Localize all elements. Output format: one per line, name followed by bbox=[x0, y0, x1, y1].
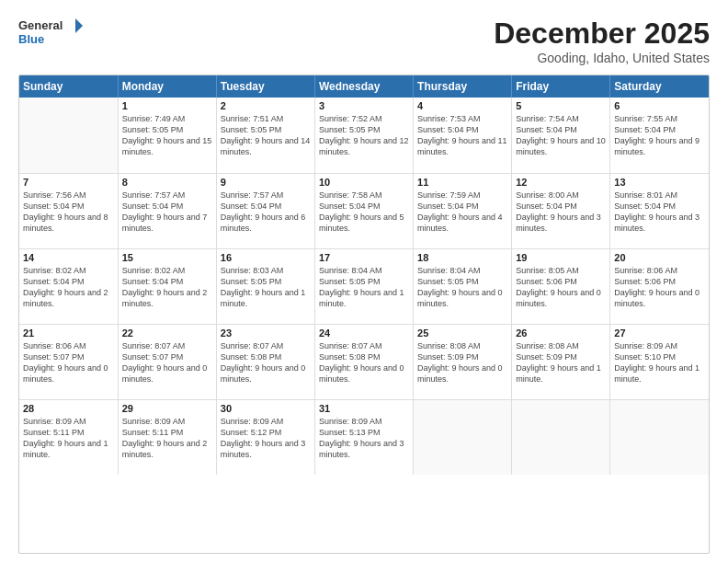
day-header-cell: Wednesday bbox=[314, 75, 413, 98]
cell-info: Sunrise: 7:59 AMSunset: 5:04 PMDaylight:… bbox=[417, 190, 503, 233]
calendar-cell: 10 Sunrise: 7:58 AMSunset: 5:04 PMDaylig… bbox=[314, 173, 413, 248]
cell-info: Sunrise: 7:49 AMSunset: 5:05 PMDaylight:… bbox=[122, 114, 212, 156]
day-number: 3 bbox=[319, 100, 409, 111]
cell-info: Sunrise: 8:05 AMSunset: 5:06 PMDaylight:… bbox=[516, 266, 601, 308]
calendar-cell: 9 Sunrise: 7:57 AMSunset: 5:04 PMDayligh… bbox=[216, 173, 314, 248]
calendar-table: SundayMondayTuesdayWednesdayThursdayFrid… bbox=[19, 75, 709, 475]
cell-info: Sunrise: 8:06 AMSunset: 5:07 PMDaylight:… bbox=[23, 341, 108, 384]
cell-info: Sunrise: 8:02 AMSunset: 5:04 PMDaylight:… bbox=[23, 266, 108, 308]
day-number: 21 bbox=[23, 327, 114, 339]
day-number: 9 bbox=[221, 177, 311, 188]
calendar-cell: 29 Sunrise: 8:09 AMSunset: 5:11 PMDaylig… bbox=[118, 399, 216, 475]
logo: General Blue bbox=[18, 17, 83, 50]
calendar-cell: 2 Sunrise: 7:51 AMSunset: 5:05 PMDayligh… bbox=[216, 98, 314, 173]
header: General Blue December 2025 Gooding, Idah… bbox=[18, 17, 710, 65]
calendar-cell: 30 Sunrise: 8:09 AMSunset: 5:12 PMDaylig… bbox=[216, 399, 314, 475]
day-number: 17 bbox=[319, 252, 409, 263]
calendar-cell: 28 Sunrise: 8:09 AMSunset: 5:11 PMDaylig… bbox=[19, 399, 118, 475]
day-header-cell: Saturday bbox=[610, 75, 709, 98]
calendar-cell: 25 Sunrise: 8:08 AMSunset: 5:09 PMDaylig… bbox=[414, 324, 512, 399]
calendar-cell: 18 Sunrise: 8:04 AMSunset: 5:05 PMDaylig… bbox=[414, 248, 512, 324]
calendar-cell: 17 Sunrise: 8:04 AMSunset: 5:05 PMDaylig… bbox=[314, 248, 413, 324]
cell-info: Sunrise: 7:57 AMSunset: 5:04 PMDaylight:… bbox=[122, 190, 208, 233]
cell-info: Sunrise: 7:53 AMSunset: 5:04 PMDaylight:… bbox=[417, 114, 507, 156]
calendar: SundayMondayTuesdayWednesdayThursdayFrid… bbox=[18, 75, 710, 554]
day-number: 14 bbox=[23, 252, 114, 263]
cell-info: Sunrise: 8:08 AMSunset: 5:09 PMDaylight:… bbox=[516, 341, 601, 384]
day-number: 5 bbox=[516, 100, 606, 111]
cell-info: Sunrise: 8:09 AMSunset: 5:11 PMDaylight:… bbox=[23, 417, 108, 459]
day-header-cell: Tuesday bbox=[216, 75, 314, 98]
day-number: 31 bbox=[319, 403, 409, 414]
calendar-cell: 8 Sunrise: 7:57 AMSunset: 5:04 PMDayligh… bbox=[118, 173, 216, 248]
day-header-cell: Friday bbox=[512, 75, 610, 98]
logo-svg: General Blue bbox=[18, 17, 83, 50]
day-header-cell: Monday bbox=[118, 75, 216, 98]
cell-info: Sunrise: 8:08 AMSunset: 5:09 PMDaylight:… bbox=[417, 341, 503, 384]
calendar-cell: 15 Sunrise: 8:02 AMSunset: 5:04 PMDaylig… bbox=[118, 248, 216, 324]
day-header-row: SundayMondayTuesdayWednesdayThursdayFrid… bbox=[19, 75, 709, 98]
day-number: 10 bbox=[319, 177, 409, 188]
cell-info: Sunrise: 8:00 AMSunset: 5:04 PMDaylight:… bbox=[516, 190, 601, 233]
calendar-cell: 16 Sunrise: 8:03 AMSunset: 5:05 PMDaylig… bbox=[216, 248, 314, 324]
calendar-cell bbox=[512, 399, 610, 475]
day-number: 29 bbox=[122, 403, 212, 414]
day-number: 13 bbox=[614, 177, 705, 188]
day-number: 8 bbox=[122, 177, 212, 188]
calendar-week-row: 14 Sunrise: 8:02 AMSunset: 5:04 PMDaylig… bbox=[19, 248, 709, 324]
calendar-cell: 7 Sunrise: 7:56 AMSunset: 5:04 PMDayligh… bbox=[19, 173, 118, 248]
day-number: 26 bbox=[516, 327, 606, 339]
day-number: 16 bbox=[221, 252, 311, 263]
calendar-cell: 13 Sunrise: 8:01 AMSunset: 5:04 PMDaylig… bbox=[610, 173, 709, 248]
calendar-cell: 23 Sunrise: 8:07 AMSunset: 5:08 PMDaylig… bbox=[216, 324, 314, 399]
calendar-cell: 6 Sunrise: 7:55 AMSunset: 5:04 PMDayligh… bbox=[610, 98, 709, 173]
day-header-cell: Sunday bbox=[19, 75, 118, 98]
cell-info: Sunrise: 8:04 AMSunset: 5:05 PMDaylight:… bbox=[319, 266, 404, 308]
calendar-cell bbox=[414, 399, 512, 475]
day-number: 15 bbox=[122, 252, 212, 263]
day-number: 6 bbox=[614, 100, 705, 111]
cell-info: Sunrise: 7:55 AMSunset: 5:04 PMDaylight:… bbox=[614, 114, 700, 156]
day-number: 11 bbox=[417, 177, 507, 188]
svg-text:Blue: Blue bbox=[18, 32, 44, 46]
svg-marker-2 bbox=[75, 18, 83, 33]
cell-info: Sunrise: 8:09 AMSunset: 5:13 PMDaylight:… bbox=[319, 417, 404, 459]
cell-info: Sunrise: 8:09 AMSunset: 5:12 PMDaylight:… bbox=[221, 417, 306, 459]
cell-info: Sunrise: 7:56 AMSunset: 5:04 PMDaylight:… bbox=[23, 190, 108, 233]
calendar-week-row: 1 Sunrise: 7:49 AMSunset: 5:05 PMDayligh… bbox=[19, 98, 709, 173]
cell-info: Sunrise: 7:58 AMSunset: 5:04 PMDaylight:… bbox=[319, 190, 404, 233]
day-number: 12 bbox=[516, 177, 606, 188]
day-number: 24 bbox=[319, 327, 409, 339]
calendar-cell: 11 Sunrise: 7:59 AMSunset: 5:04 PMDaylig… bbox=[414, 173, 512, 248]
cell-info: Sunrise: 8:06 AMSunset: 5:06 PMDaylight:… bbox=[614, 266, 700, 308]
svg-text:General: General bbox=[18, 18, 63, 32]
day-number: 2 bbox=[221, 100, 311, 111]
calendar-cell bbox=[610, 399, 709, 475]
calendar-cell: 27 Sunrise: 8:09 AMSunset: 5:10 PMDaylig… bbox=[610, 324, 709, 399]
day-number: 20 bbox=[614, 252, 705, 263]
calendar-week-row: 21 Sunrise: 8:06 AMSunset: 5:07 PMDaylig… bbox=[19, 324, 709, 399]
day-number: 28 bbox=[23, 403, 114, 414]
calendar-cell: 5 Sunrise: 7:54 AMSunset: 5:04 PMDayligh… bbox=[512, 98, 610, 173]
cell-info: Sunrise: 8:04 AMSunset: 5:05 PMDaylight:… bbox=[417, 266, 503, 308]
cell-info: Sunrise: 7:54 AMSunset: 5:04 PMDaylight:… bbox=[516, 114, 606, 156]
day-number: 18 bbox=[417, 252, 507, 263]
calendar-cell: 31 Sunrise: 8:09 AMSunset: 5:13 PMDaylig… bbox=[314, 399, 413, 475]
cell-info: Sunrise: 8:09 AMSunset: 5:10 PMDaylight:… bbox=[614, 341, 700, 384]
day-number: 30 bbox=[221, 403, 311, 414]
location: Gooding, Idaho, United States bbox=[494, 51, 710, 65]
calendar-cell bbox=[19, 98, 118, 173]
calendar-cell: 12 Sunrise: 8:00 AMSunset: 5:04 PMDaylig… bbox=[512, 173, 610, 248]
calendar-cell: 21 Sunrise: 8:06 AMSunset: 5:07 PMDaylig… bbox=[19, 324, 118, 399]
day-number: 23 bbox=[221, 327, 311, 339]
day-number: 1 bbox=[122, 100, 212, 111]
calendar-cell: 19 Sunrise: 8:05 AMSunset: 5:06 PMDaylig… bbox=[512, 248, 610, 324]
cell-info: Sunrise: 8:09 AMSunset: 5:11 PMDaylight:… bbox=[122, 417, 208, 459]
calendar-cell: 26 Sunrise: 8:08 AMSunset: 5:09 PMDaylig… bbox=[512, 324, 610, 399]
day-number: 25 bbox=[417, 327, 507, 339]
page: General Blue December 2025 Gooding, Idah… bbox=[0, 0, 728, 563]
day-number: 4 bbox=[417, 100, 507, 111]
day-number: 22 bbox=[122, 327, 212, 339]
cell-info: Sunrise: 7:57 AMSunset: 5:04 PMDaylight:… bbox=[221, 190, 306, 233]
calendar-week-row: 7 Sunrise: 7:56 AMSunset: 5:04 PMDayligh… bbox=[19, 173, 709, 248]
